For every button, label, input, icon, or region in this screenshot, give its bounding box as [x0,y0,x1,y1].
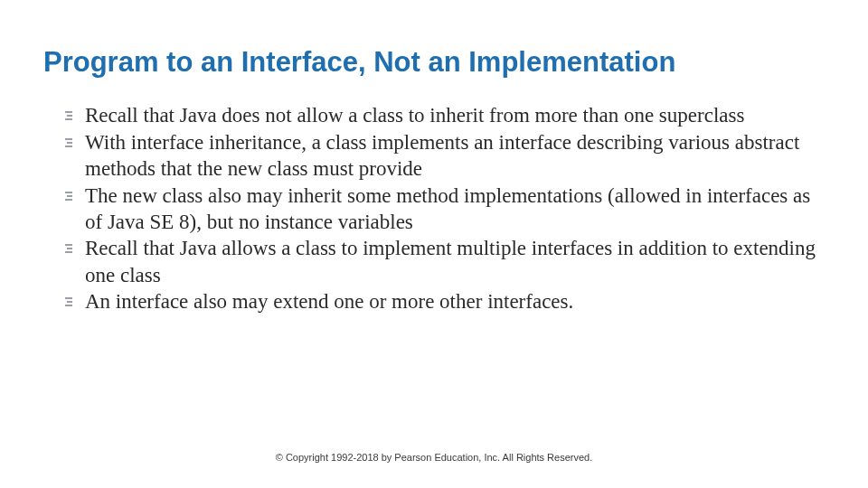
list-item: Recall that Java allows a class to imple… [69,235,816,288]
list-item: The new class also may inherit some meth… [69,183,816,236]
list-item: Recall that Java does not allow a class … [69,102,816,128]
list-item: With interface inheritance, a class impl… [69,129,816,183]
bullet-list: Recall that Java does not allow a class … [43,102,825,315]
slide: Program to an Interface, Not an Implemen… [0,0,868,488]
slide-title: Program to an Interface, Not an Implemen… [43,45,825,79]
list-item: An interface also may extend one or more… [69,288,816,314]
copyright-footer: © Copyright 1992-2018 by Pearson Educati… [0,452,868,463]
